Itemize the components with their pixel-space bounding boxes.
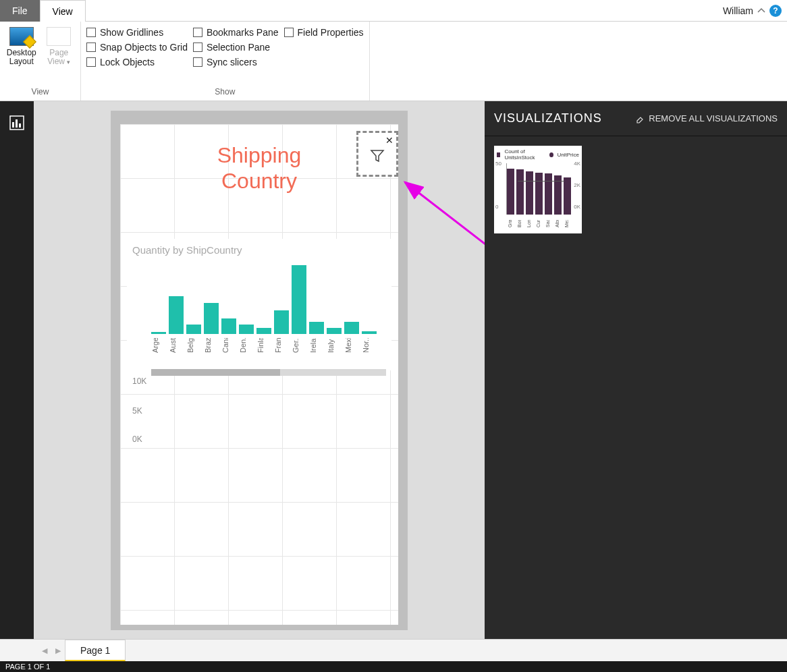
thumb-ytick: 50 xyxy=(495,161,501,167)
chart-ytick: 0K xyxy=(132,435,142,444)
chart-bar[interactable] xyxy=(169,296,184,334)
thumb-ytick-right: 2K xyxy=(574,182,580,188)
thumb-bar xyxy=(526,171,533,215)
visualizations-panel: VISUALIZATIONS REMOVE ALL VISUALIZATIONS… xyxy=(485,101,787,639)
ribbon: Desktop Layout Page View ▾ View Show Gri… xyxy=(0,22,787,101)
thumb-legend: Count of UnitsInStock UnitPrice xyxy=(497,148,579,161)
phone-layout-frame: Shipping Country ✕ Quantity by ShipCount… xyxy=(111,111,408,630)
chevron-up-icon[interactable] xyxy=(757,7,765,15)
chart-ytick: 5K xyxy=(132,406,142,416)
checkbox-snap-objects-to-grid[interactable]: Snap Objects to Grid xyxy=(86,42,188,53)
report-view-icon[interactable] xyxy=(5,111,29,135)
page-tabs-bar: ◀ ▶ Page 1 xyxy=(0,639,787,661)
chevron-down-icon: ▾ xyxy=(67,59,70,65)
chart-bar[interactable] xyxy=(221,318,236,334)
chart-bar[interactable] xyxy=(327,328,342,334)
chart-bar[interactable] xyxy=(292,265,306,334)
thumb-bar xyxy=(507,169,514,215)
checkbox-show-gridlines[interactable]: Show Gridlines xyxy=(86,27,188,38)
main-area: Shipping Country ✕ Quantity by ShipCount… xyxy=(0,101,787,639)
checkbox-icon xyxy=(86,57,96,67)
chart-bar[interactable] xyxy=(204,303,219,334)
chart-bar[interactable] xyxy=(309,322,324,334)
svg-rect-1 xyxy=(12,122,14,128)
page-view-button[interactable]: Page View ▾ xyxy=(43,24,76,86)
checkbox-lock-objects[interactable]: Lock Objects xyxy=(86,57,188,67)
chart-xtick: Nor... xyxy=(362,338,391,353)
chart-ytick: 10K xyxy=(132,376,146,386)
thumb-ytick: 0 xyxy=(495,204,498,210)
desktop-layout-button[interactable]: Desktop Layout xyxy=(5,24,38,86)
chart-bar[interactable] xyxy=(274,310,289,334)
page-tabs-prev[interactable]: ◀ xyxy=(38,640,51,661)
checkbox-icon xyxy=(86,43,96,52)
chart-title: Quantity by ShipCountry xyxy=(127,239,391,256)
tab-view[interactable]: View xyxy=(40,0,86,22)
username: William xyxy=(723,5,753,16)
thumb-bar xyxy=(535,173,543,215)
checkbox-icon xyxy=(193,57,202,67)
checkbox-bookmarks-pane[interactable]: Bookmarks Pane xyxy=(193,27,279,38)
thumb-xtick: Mexico ... xyxy=(564,220,585,227)
eraser-icon xyxy=(635,114,645,123)
chart-bar[interactable] xyxy=(256,328,271,334)
visualizations-title: VISUALIZATIONS xyxy=(494,111,602,125)
svg-line-5 xyxy=(405,182,485,297)
phone-page[interactable]: Shipping Country ✕ Quantity by ShipCount… xyxy=(120,124,398,625)
thumb-chart xyxy=(506,163,572,215)
page-tab-1[interactable]: Page 1 xyxy=(65,640,126,661)
visualization-thumbnail[interactable]: Count of UnitsInStock UnitPrice 50 0 4K … xyxy=(494,146,582,233)
chart-plot-area xyxy=(151,260,386,334)
checkbox-selection-pane[interactable]: Selection Pane xyxy=(193,42,279,53)
chart-horizontal-scrollbar[interactable] xyxy=(151,369,386,376)
thumb-bar xyxy=(545,173,552,215)
thumb-ytick-right: 0K xyxy=(574,204,580,210)
thumb-bar xyxy=(564,177,571,215)
chart-bar[interactable] xyxy=(362,331,377,334)
ribbon-group-label-show: Show xyxy=(86,86,364,98)
thumb-ytick-right: 4K xyxy=(574,161,580,167)
chart-bar[interactable] xyxy=(239,325,254,334)
title-bar-user: William ? xyxy=(723,5,787,17)
chart-bar[interactable] xyxy=(186,325,201,334)
checkbox-icon xyxy=(193,43,202,52)
svg-rect-2 xyxy=(16,119,18,128)
help-icon[interactable]: ? xyxy=(769,5,782,17)
svg-rect-3 xyxy=(19,123,21,128)
bar-chart-visual[interactable]: Quantity by ShipCountry 10K 5K 0K Arge..… xyxy=(127,239,391,370)
filter-icon xyxy=(369,148,385,164)
thumb-bar xyxy=(516,169,524,215)
ribbon-group-label-view: View xyxy=(5,86,75,98)
checkbox-sync-slicers[interactable]: Sync slicers xyxy=(193,57,279,67)
tab-file[interactable]: File xyxy=(0,0,40,22)
ribbon-tabs: File View William ? xyxy=(0,0,787,22)
checkbox-field-properties[interactable]: Field Properties xyxy=(284,27,364,38)
checkbox-icon xyxy=(193,28,202,37)
chart-bar[interactable] xyxy=(151,332,166,334)
close-icon[interactable]: ✕ xyxy=(385,136,394,145)
slicer-visual-placeholder[interactable]: ✕ xyxy=(356,131,398,177)
remove-all-visualizations-button[interactable]: REMOVE ALL VISUALIZATIONS xyxy=(635,113,778,123)
checkbox-icon xyxy=(86,28,96,37)
checkbox-icon xyxy=(284,28,294,37)
report-canvas[interactable]: Shipping Country ✕ Quantity by ShipCount… xyxy=(34,101,485,639)
status-bar: PAGE 1 OF 1 xyxy=(0,661,787,672)
page-tabs-next[interactable]: ▶ xyxy=(51,640,65,661)
left-rail xyxy=(0,101,34,639)
chart-bar[interactable] xyxy=(344,322,359,334)
title-visual[interactable]: Shipping Country xyxy=(127,131,391,205)
